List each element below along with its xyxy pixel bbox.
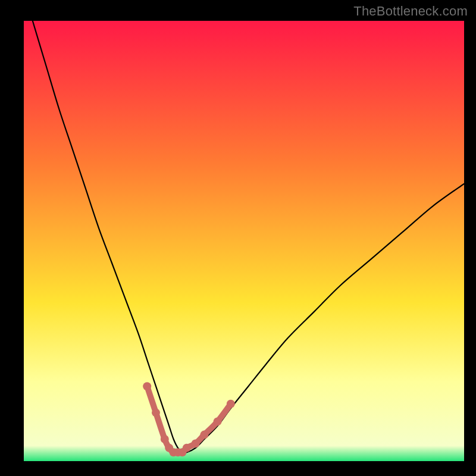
bottleneck-plot: [24, 21, 464, 461]
highlight-point: [227, 400, 235, 408]
highlight-point: [183, 444, 191, 452]
chart-frame: TheBottleneck.com: [0, 0, 476, 476]
highlight-point: [200, 431, 208, 439]
watermark-text: TheBottleneck.com: [353, 4, 468, 19]
highlight-point: [192, 439, 200, 447]
plot-background: [24, 21, 464, 461]
highlight-point: [152, 409, 160, 417]
highlight-point: [161, 435, 169, 443]
highlight-point: [143, 382, 151, 390]
highlight-point: [214, 417, 222, 425]
